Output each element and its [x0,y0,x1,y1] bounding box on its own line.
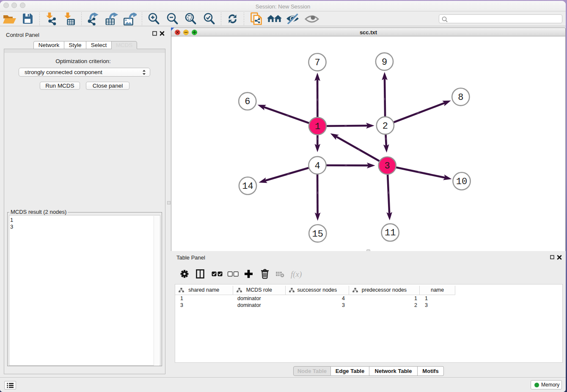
svg-text:3: 3 [385,161,390,171]
svg-text:10: 10 [456,177,467,187]
svg-text:1: 1 [315,121,320,132]
svg-text:6: 6 [245,97,250,107]
svg-text:14: 14 [242,181,253,192]
svg-text:9: 9 [382,57,387,68]
svg-text:f(x): f(x) [291,270,302,279]
svg-text:15: 15 [312,229,323,240]
svg-text:4: 4 [314,161,320,171]
svg-text:7: 7 [314,58,320,68]
svg-text:11: 11 [385,228,396,238]
svg-text:8: 8 [458,92,463,103]
svg-text:2: 2 [383,121,388,132]
